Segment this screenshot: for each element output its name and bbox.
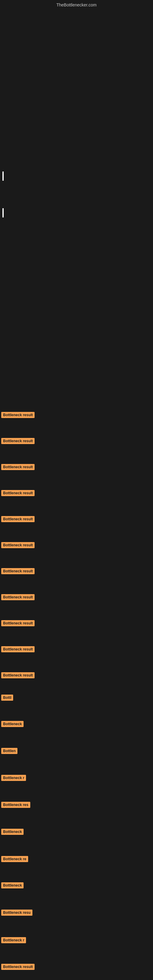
bottleneck-result-label[interactable]: Bottleneck r — [1, 775, 26, 781]
bottleneck-result-label[interactable]: Bottleneck result — [1, 542, 35, 548]
bottleneck-result-label[interactable]: Bottleneck res — [1, 802, 30, 808]
main-content: TheBottlenecker.com BottlBottleneckBottl… — [0, 0, 153, 980]
bottleneck-result-label[interactable]: Bottleneck result — [1, 568, 35, 574]
cursor-2 — [2, 208, 4, 218]
bottleneck-result-label[interactable]: Bottleneck re — [1, 856, 28, 862]
bottleneck-result-label[interactable]: Bottleneck result — [1, 646, 35, 652]
bottleneck-result-label[interactable]: Bottleneck result — [1, 964, 35, 970]
bottleneck-result-label[interactable]: Bottleneck result — [1, 464, 35, 470]
bottleneck-result-label[interactable]: Bottleneck r — [1, 937, 26, 943]
bottleneck-result-label[interactable]: Bottleneck — [1, 829, 24, 835]
bottleneck-result-label[interactable]: Bottleneck result — [1, 438, 35, 444]
bottleneck-result-label[interactable]: Bottl — [1, 695, 13, 701]
bottleneck-result-label[interactable]: Bottleneck result — [1, 672, 35, 678]
bottleneck-result-label[interactable]: Bottleneck — [1, 721, 24, 727]
bottleneck-result-label[interactable]: Bottleneck resu — [1, 910, 32, 916]
bottleneck-result-label[interactable]: Bottlen — [1, 748, 18, 754]
bottleneck-result-label[interactable]: Bottleneck result — [1, 516, 35, 522]
cursor-1 — [2, 172, 4, 181]
bottleneck-result-label[interactable]: Bottleneck result — [1, 490, 35, 496]
bottleneck-result-label[interactable]: Bottleneck — [1, 882, 24, 888]
bottleneck-result-label[interactable]: Bottleneck result — [1, 620, 35, 626]
bottleneck-result-label[interactable]: Bottleneck result — [1, 412, 35, 418]
site-title: TheBottlenecker.com — [56, 2, 97, 7]
bottleneck-result-label[interactable]: Bottleneck result — [1, 594, 35, 600]
